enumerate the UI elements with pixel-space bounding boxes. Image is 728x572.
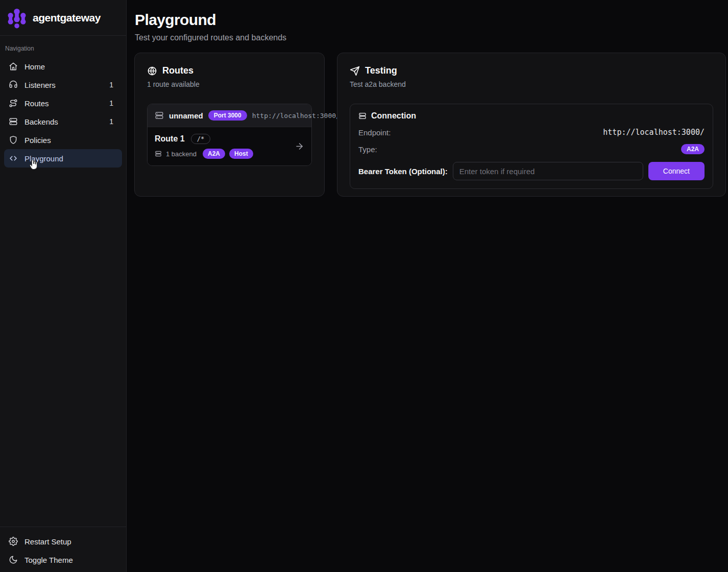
- route-badge-a2a: A2A: [203, 149, 225, 159]
- server-icon: [358, 112, 367, 120]
- home-icon: [9, 62, 18, 71]
- connection-title: Connection: [371, 111, 416, 121]
- sidebar-item-playground[interactable]: Playground: [4, 149, 122, 168]
- server-icon: [9, 117, 18, 126]
- sidebar-item-label: Home: [25, 62, 45, 71]
- toggle-theme-button[interactable]: Toggle Theme: [4, 551, 122, 569]
- agentgateway-logo-icon: [7, 7, 27, 29]
- endpoint-value: http://localhost:3000/: [603, 128, 705, 137]
- routes-card: Routes 1 route available unnamed Port 30…: [134, 53, 325, 197]
- listener-group: unnamed Port 3000 http://localhost:3000/…: [147, 104, 312, 166]
- moon-icon: [9, 555, 18, 564]
- route-icon: [9, 99, 18, 108]
- sidebar-footer: Restart Setup Toggle Theme: [0, 527, 126, 572]
- testing-card-header: Testing: [350, 65, 713, 76]
- server-icon: [155, 150, 162, 157]
- code-icon: [9, 154, 18, 163]
- bearer-token-row: Bearer Token (Optional): Connect: [358, 162, 705, 180]
- server-icon: [155, 111, 164, 120]
- listener-row: unnamed Port 3000 http://localhost:3000/: [148, 104, 311, 127]
- brand: agentgateway: [0, 0, 126, 36]
- sidebar-item-backends[interactable]: Backends 1: [4, 112, 122, 131]
- backends-count: 1: [109, 117, 117, 126]
- route-path-badge: /*: [191, 134, 210, 144]
- route-list-item[interactable]: Route 1 /* 1 backend A2A Host: [148, 127, 311, 165]
- testing-card: Testing Test a2a backend Connection Endp…: [337, 53, 726, 197]
- route-backend-count: 1 backend: [166, 150, 197, 158]
- endpoint-row: Endpoint: http://localhost:3000/: [358, 128, 705, 137]
- routes-card-subtitle: 1 route available: [147, 80, 312, 88]
- testing-card-subtitle: Test a2a backend: [350, 80, 713, 88]
- type-badge: A2A: [681, 144, 705, 154]
- routes-card-title: Routes: [162, 65, 193, 76]
- route-badge-host: Host: [229, 149, 253, 159]
- sidebar-item-label: Listeners: [25, 81, 56, 89]
- type-row: Type: A2A: [358, 144, 705, 154]
- brand-title: agentgateway: [33, 12, 101, 24]
- listeners-count: 1: [109, 81, 117, 89]
- listener-port-badge: Port 3000: [208, 110, 247, 121]
- page-subtitle: Test your configured routes and backends: [135, 33, 720, 42]
- connect-button[interactable]: Connect: [648, 162, 705, 180]
- sidebar-item-label: Policies: [25, 136, 51, 145]
- sidebar-item-label: Backends: [25, 117, 58, 126]
- sidebar-item-listeners[interactable]: Listeners 1: [4, 76, 122, 94]
- gear-icon: [9, 537, 18, 546]
- sidebar-item-label: Routes: [25, 99, 49, 108]
- headphones-icon: [9, 80, 18, 89]
- cards-row: Routes 1 route available unnamed Port 30…: [127, 42, 728, 197]
- sidebar-item-label: Playground: [25, 154, 63, 163]
- type-label: Type:: [358, 145, 377, 154]
- bearer-token-label: Bearer Token (Optional):: [358, 167, 448, 176]
- routes-count: 1: [109, 99, 117, 107]
- bearer-token-input[interactable]: [453, 162, 643, 180]
- connection-panel: Connection Endpoint: http://localhost:30…: [350, 104, 713, 189]
- route-info: Route 1 /* 1 backend A2A Host: [155, 134, 253, 159]
- shield-icon: [9, 135, 18, 145]
- toggle-theme-label: Toggle Theme: [25, 556, 73, 564]
- testing-card-title: Testing: [365, 65, 397, 76]
- sidebar-item-policies[interactable]: Policies: [4, 131, 122, 149]
- routes-card-header: Routes: [147, 65, 312, 76]
- nav-section-label: Navigation: [4, 42, 122, 57]
- connection-header: Connection: [358, 111, 705, 121]
- page-title: Playground: [135, 11, 720, 29]
- main-content: Playground Test your configured routes a…: [127, 0, 728, 572]
- page-header: Playground Test your configured routes a…: [127, 0, 728, 42]
- sidebar-nav: Navigation Home Listeners 1 Routes 1: [0, 36, 126, 527]
- listener-name: unnamed: [169, 111, 203, 120]
- restart-setup-button[interactable]: Restart Setup: [4, 532, 122, 551]
- sidebar: agentgateway Navigation Home Listeners 1…: [0, 0, 127, 572]
- restart-setup-label: Restart Setup: [25, 537, 71, 546]
- send-icon: [350, 66, 360, 76]
- sidebar-item-home[interactable]: Home: [4, 57, 122, 76]
- arrow-right-icon: [295, 141, 304, 151]
- route-name: Route 1: [155, 134, 185, 144]
- endpoint-label: Endpoint:: [358, 128, 391, 137]
- sidebar-item-routes[interactable]: Routes 1: [4, 94, 122, 112]
- listener-url: http://localhost:3000/: [252, 112, 340, 120]
- globe-icon: [147, 66, 157, 76]
